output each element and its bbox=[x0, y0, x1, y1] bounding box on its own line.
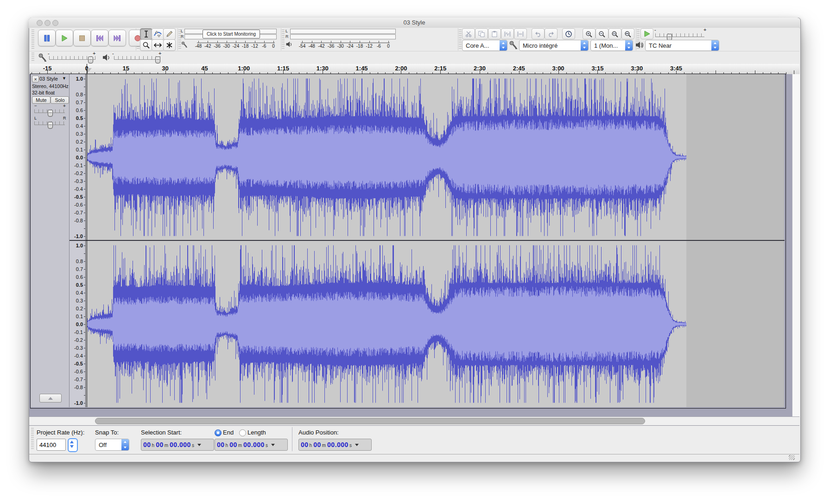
length-radio-label[interactable]: Length bbox=[247, 429, 266, 436]
paste-button[interactable] bbox=[488, 28, 501, 39]
screen: 03 Style L R Click to Start Monitoring L… bbox=[0, 0, 830, 504]
audio-position-field[interactable]: 00h 00m 00.000s bbox=[298, 439, 372, 451]
zoom-tool[interactable] bbox=[140, 39, 152, 51]
pause-icon bbox=[43, 34, 51, 42]
trim-button[interactable] bbox=[501, 28, 514, 39]
amplitude-label: -0.4 bbox=[74, 353, 83, 359]
project-rate-input[interactable]: 44100 bbox=[37, 439, 66, 451]
track-menu-dropdown[interactable]: ▼ bbox=[62, 76, 66, 81]
select-arrows-icon bbox=[711, 40, 719, 50]
zoom-in-button[interactable] bbox=[583, 28, 596, 39]
amplitude-label: -0.5 bbox=[74, 361, 83, 366]
pause-button[interactable] bbox=[38, 30, 56, 46]
amplitude-label: 0.6 bbox=[76, 107, 83, 113]
cut-button[interactable] bbox=[462, 28, 475, 39]
timeline-label: 1:00 bbox=[238, 65, 250, 72]
output-volume-speaker-icon bbox=[102, 53, 110, 62]
playback-device-select[interactable]: TC Near bbox=[645, 40, 719, 51]
skip-end-button[interactable] bbox=[108, 30, 126, 46]
pan-slider[interactable] bbox=[48, 122, 53, 129]
amplitude-label: -0.1 bbox=[74, 163, 83, 168]
sync-lock-icon bbox=[565, 31, 572, 38]
selection-toolbar-grip[interactable] bbox=[31, 428, 34, 450]
horizontal-scrollbar-thumb[interactable] bbox=[95, 418, 645, 424]
recording-device-select[interactable]: Micro intégré bbox=[519, 40, 589, 51]
vertical-scrollbar[interactable] bbox=[792, 74, 800, 416]
sync-lock-button[interactable] bbox=[562, 28, 575, 39]
meter-scale-value: -18 bbox=[242, 44, 248, 49]
selection-end-field[interactable]: 00h 00m 00.000s bbox=[215, 439, 288, 451]
playspeed-minus-label: - bbox=[654, 27, 656, 32]
undo-button[interactable] bbox=[532, 28, 545, 39]
timeline-ruler[interactable]: -1501530451:001:151:301:452:002:152:302:… bbox=[29, 64, 799, 75]
amplitude-label: 0.5 bbox=[76, 282, 83, 288]
envelope-tool[interactable] bbox=[152, 28, 164, 40]
project-rate-stepper[interactable] bbox=[68, 438, 78, 452]
recording-channels-select[interactable]: 1 (Mon... bbox=[590, 40, 633, 51]
silence-button[interactable] bbox=[514, 28, 527, 39]
track-bitdepth: 32-bit float bbox=[32, 90, 55, 95]
track-collapse-button[interactable] bbox=[39, 394, 62, 403]
input-volume-minus: - bbox=[48, 50, 50, 56]
amplitude-label: 0.8 bbox=[76, 258, 83, 264]
solo-button[interactable]: Solo bbox=[51, 96, 69, 104]
track-control-panel[interactable]: × 03 Style ▼ Stereo, 44100Hz 32-bit floa… bbox=[31, 74, 70, 407]
amplitude-label: 0.2 bbox=[76, 306, 83, 311]
timeline-label: 2:15 bbox=[434, 65, 446, 72]
timeline-label: -15 bbox=[43, 65, 52, 72]
zoom-in-icon bbox=[585, 31, 593, 38]
snap-to-select[interactable]: Off bbox=[95, 439, 129, 451]
length-radio[interactable] bbox=[239, 429, 246, 436]
copy-button[interactable] bbox=[475, 28, 488, 39]
selection-start-field[interactable]: 00h 00m 00.000s bbox=[141, 439, 214, 451]
channel-separator[interactable] bbox=[70, 240, 785, 241]
record-meter-right-label: R bbox=[181, 35, 184, 39]
play-meter-grip[interactable] bbox=[282, 30, 285, 49]
amplitude-label: 0.6 bbox=[76, 274, 83, 280]
redo-button[interactable] bbox=[545, 28, 558, 39]
play-meter-left-bar[interactable] bbox=[290, 29, 396, 34]
zoom-selection-button[interactable] bbox=[608, 28, 621, 39]
window-resize-grip[interactable] bbox=[789, 455, 795, 460]
meter-scale-value: 0 bbox=[387, 44, 390, 49]
play-at-speed-button[interactable] bbox=[640, 28, 653, 39]
gain-minus: − bbox=[34, 103, 37, 108]
timeshift-tool[interactable] bbox=[152, 39, 164, 51]
skip-start-button[interactable] bbox=[91, 30, 108, 46]
multi-icon bbox=[165, 41, 173, 49]
output-volume-slider[interactable] bbox=[155, 57, 160, 63]
play-meter-right-bar[interactable] bbox=[290, 34, 396, 39]
meter-scale-value: -36 bbox=[214, 44, 220, 49]
end-radio-label[interactable]: End bbox=[223, 429, 234, 436]
pan-left-label: L bbox=[34, 116, 37, 120]
meter-scale-value: -24 bbox=[347, 44, 353, 49]
play-button[interactable] bbox=[56, 30, 73, 46]
timeline-label: 1:30 bbox=[317, 65, 329, 72]
amplitude-label: -0.2 bbox=[74, 170, 83, 176]
play-icon bbox=[60, 34, 69, 42]
mute-button[interactable]: Mute bbox=[32, 96, 51, 104]
audio-host-select[interactable]: Core A... bbox=[462, 40, 507, 51]
edit-toolbar-grip[interactable] bbox=[459, 30, 462, 49]
amplitude-label: -0.8 bbox=[74, 384, 83, 390]
timeline-label: 3:00 bbox=[552, 65, 564, 72]
stop-button[interactable] bbox=[73, 30, 91, 46]
selection-tool[interactable] bbox=[140, 28, 152, 40]
zoom-fit-button[interactable] bbox=[621, 28, 634, 39]
track-close-button[interactable]: × bbox=[32, 76, 39, 82]
mixer-toolbar-grip[interactable] bbox=[32, 53, 34, 62]
undo-icon bbox=[534, 31, 542, 38]
zoom-out-button[interactable] bbox=[596, 28, 608, 39]
multi-tool[interactable] bbox=[163, 39, 176, 51]
transport-toolbar-grip[interactable] bbox=[32, 30, 34, 49]
amplitude-label: 0.2 bbox=[76, 139, 83, 145]
amplitude-label: 0.1 bbox=[76, 314, 83, 319]
input-volume-slider[interactable] bbox=[88, 57, 93, 63]
amplitude-label: -0.8 bbox=[74, 218, 83, 223]
timeline-label: 30 bbox=[162, 65, 168, 72]
click-to-start-monitoring[interactable]: Click to Start Monitoring bbox=[203, 30, 260, 38]
gain-slider[interactable] bbox=[48, 110, 53, 117]
amplitude-label: 1.0 bbox=[76, 76, 83, 82]
draw-tool[interactable] bbox=[163, 28, 176, 40]
end-radio[interactable] bbox=[215, 429, 222, 436]
